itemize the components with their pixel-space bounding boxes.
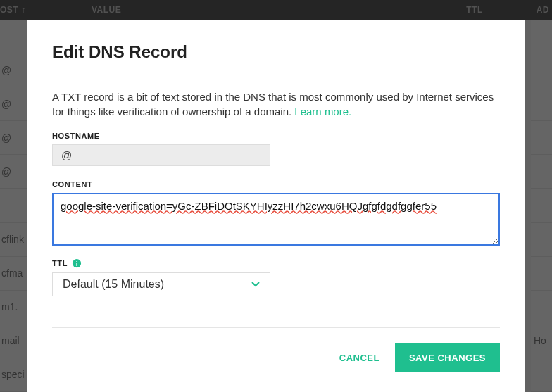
svg-text:i: i: [76, 260, 78, 267]
record-description: A TXT record is a bit of text stored in …: [52, 89, 500, 119]
cancel-button[interactable]: CANCEL: [339, 353, 380, 363]
modal-footer: CANCEL SAVE CHANGES: [52, 327, 500, 372]
hostname-label: HOSTNAME: [52, 132, 500, 140]
description-text: A TXT record is a bit of text stored in …: [52, 91, 494, 118]
learn-more-link[interactable]: Learn more.: [294, 106, 351, 118]
info-icon[interactable]: i: [72, 258, 82, 268]
content-textarea[interactable]: [52, 193, 500, 246]
chevron-down-icon: [251, 280, 260, 289]
content-label: CONTENT: [52, 180, 500, 189]
modal-title: Edit DNS Record: [52, 42, 500, 62]
edit-dns-modal: Edit DNS Record A TXT record is a bit of…: [27, 20, 525, 392]
divider: [52, 75, 500, 75]
save-button[interactable]: SAVE CHANGES: [395, 343, 500, 372]
ttl-label: TTL: [52, 259, 68, 267]
ttl-selected-value: Default (15 Minutes): [63, 278, 164, 291]
modal-overlay: Edit DNS Record A TXT record is a bit of…: [0, 0, 552, 392]
hostname-input[interactable]: [52, 144, 270, 166]
ttl-select[interactable]: Default (15 Minutes): [52, 272, 270, 296]
